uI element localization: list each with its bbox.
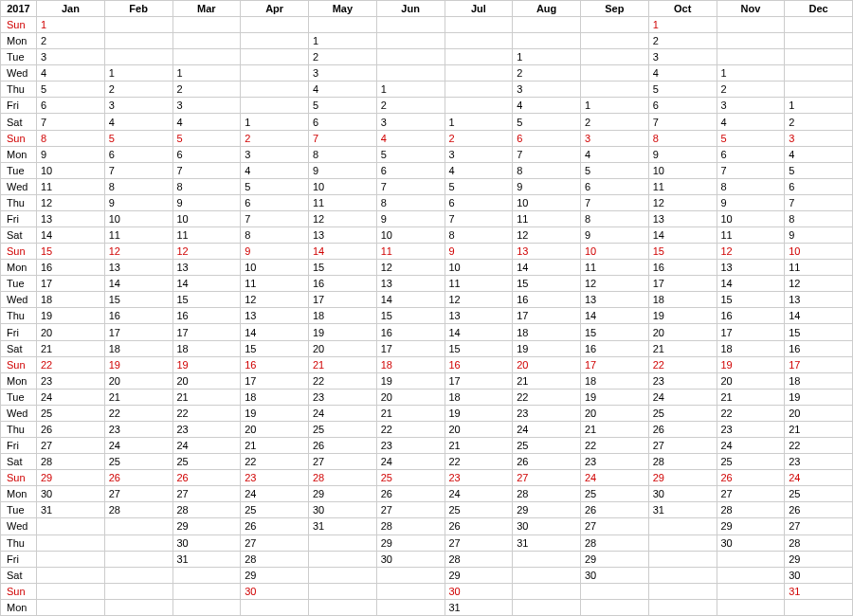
date-cell: 23 [37,372,105,389]
date-cell: 25 [581,486,649,502]
date-cell [445,49,513,65]
date-cell: 5 [241,178,309,194]
date-cell: 29 [717,518,785,534]
date-cell: 8 [309,146,377,162]
date-cell: 4 [309,82,377,98]
date-cell: 10 [172,210,241,226]
weekday-label: Fri [1,98,37,114]
date-cell: 2 [376,98,445,114]
date-cell: 15 [241,340,309,356]
date-cell: 11 [172,227,241,244]
date-cell [445,82,513,98]
date-cell: 30 [785,567,853,583]
date-cell: 30 [376,551,445,567]
date-cell: 17 [172,324,241,340]
calendar-row: Tue10774964851075 [1,162,853,178]
date-cell [104,17,172,33]
date-cell [648,518,717,534]
date-cell: 5 [37,82,105,98]
date-cell [241,82,309,98]
date-cell: 28 [309,470,377,486]
date-cell: 9 [648,146,717,162]
date-cell: 3 [648,49,717,65]
date-cell: 10 [717,210,785,226]
date-cell [309,534,377,551]
date-cell: 4 [172,114,241,130]
date-cell: 2 [785,114,853,130]
date-cell: 5 [717,130,785,146]
date-cell: 25 [104,454,172,470]
date-cell: 13 [445,308,513,324]
date-cell: 10 [376,227,445,244]
date-cell: 29 [241,567,309,583]
date-cell: 18 [241,389,309,405]
date-cell: 17 [445,372,513,389]
calendar-row: Sun855274263853 [1,130,853,146]
date-cell: 4 [376,130,445,146]
date-cell: 18 [717,340,785,356]
date-cell: 11 [648,178,717,194]
date-cell: 22 [241,454,309,470]
date-cell: 10 [513,194,581,210]
date-cell: 19 [445,405,513,421]
date-cell [241,17,309,33]
date-cell: 6 [785,178,853,194]
date-cell: 30 [513,518,581,534]
date-cell: 13 [648,210,717,226]
date-cell: 3 [104,98,172,114]
date-cell: 8 [445,227,513,244]
month-header: Jul [445,1,513,17]
date-cell: 21 [648,340,717,356]
date-cell: 3 [445,146,513,162]
date-cell: 7 [104,162,172,178]
date-cell: 3 [717,98,785,114]
date-cell: 12 [104,244,172,260]
date-cell: 19 [785,389,853,405]
date-cell: 6 [717,146,785,162]
date-cell: 19 [309,324,377,340]
date-cell: 15 [648,244,717,260]
date-cell: 10 [37,162,105,178]
calendar-row: Wed118851075961186 [1,178,853,194]
date-cell: 16 [37,260,105,276]
date-cell: 19 [717,356,785,372]
calendar-row: Wed292631282630272927 [1,518,853,534]
date-cell: 30 [309,502,377,518]
date-cell: 23 [445,470,513,486]
weekday-label: Tue [1,276,37,292]
month-header: Dec [785,1,853,17]
calendar-row: Sat14111181310812914119 [1,227,853,244]
date-cell: 15 [785,324,853,340]
weekday-label: Sun [1,356,37,372]
date-cell [37,518,105,534]
date-cell: 17 [581,356,649,372]
date-cell [581,17,649,33]
date-cell: 12 [717,244,785,260]
weekday-label: Fri [1,438,37,454]
date-cell: 7 [172,162,241,178]
date-cell: 14 [104,276,172,292]
date-cell: 16 [241,356,309,372]
date-cell: 22 [717,405,785,421]
month-header: May [309,1,377,17]
date-cell: 12 [785,276,853,292]
date-cell [37,599,105,615]
date-cell: 14 [513,260,581,276]
date-cell: 9 [785,227,853,244]
date-cell: 29 [37,470,105,486]
date-cell: 13 [241,308,309,324]
weekday-label: Tue [1,49,37,65]
date-cell: 12 [309,210,377,226]
calendar-row: Thu3027292731283028 [1,534,853,551]
date-cell: 18 [785,372,853,389]
date-cell: 4 [241,162,309,178]
date-cell: 11 [717,227,785,244]
date-cell: 7 [376,178,445,194]
calendar-row: Mon212 [1,33,853,49]
date-cell: 23 [648,372,717,389]
date-cell: 21 [37,340,105,356]
month-header: Nov [717,1,785,17]
date-cell [785,33,853,49]
date-cell: 6 [104,146,172,162]
date-cell: 20 [104,372,172,389]
